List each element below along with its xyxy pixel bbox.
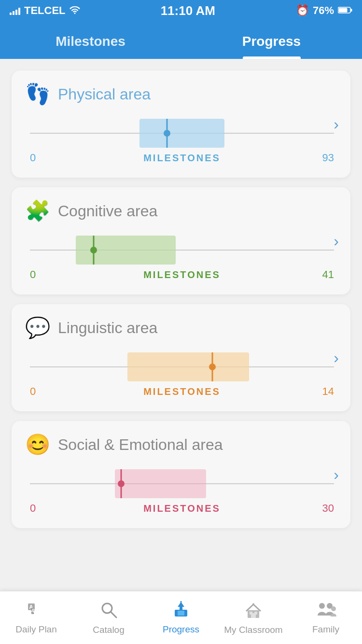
signal-icon — [10, 6, 20, 15]
svg-point-26 — [331, 606, 336, 611]
svg-text:C: C — [32, 611, 34, 615]
physical-min: 0 — [30, 152, 36, 164]
linguistic-chart: 0 MILESTONES 14 — [30, 352, 334, 398]
area-card-linguistic[interactable]: 💬 Linguistic area 0 MILESTONES 14 › — [12, 304, 350, 411]
area-card-social[interactable]: 😊 Social & Emotional area 0 MILESTONES 3… — [12, 421, 350, 528]
nav-family[interactable]: Family — [290, 591, 362, 644]
area-header-social: 😊 Social & Emotional area — [25, 434, 339, 455]
linguistic-chevron[interactable]: › — [334, 349, 339, 367]
social-chevron[interactable]: › — [334, 466, 339, 484]
linguistic-icon: 💬 — [25, 318, 50, 338]
svg-rect-1 — [351, 9, 352, 12]
social-milestones-label: MILESTONES — [143, 503, 221, 514]
nav-progress[interactable]: Progress — [145, 591, 217, 644]
physical-chart: 0 MILESTONES 93 — [30, 119, 334, 164]
physical-labels: 0 MILESTONES 93 — [30, 152, 334, 164]
social-icon: 😊 — [25, 434, 50, 455]
svg-rect-23 — [254, 612, 257, 615]
social-labels: 0 MILESTONES 30 — [30, 502, 334, 515]
physical-max: 93 — [322, 152, 334, 164]
nav-daily-plan[interactable]: A B C A B C Daily Plan — [0, 591, 72, 644]
status-right: ⏰ 76% — [296, 4, 352, 17]
cognitive-max: 41 — [322, 268, 334, 281]
battery-label: 76% — [313, 4, 334, 17]
linguistic-milestones-label: MILESTONES — [143, 386, 221, 397]
linguistic-marker — [209, 364, 216, 370]
status-bar: TELCEL 11:10 AM ⏰ 76% — [0, 0, 362, 21]
cognitive-chart: 0 MILESTONES 41 — [30, 236, 334, 281]
physical-chevron[interactable]: › — [334, 115, 339, 133]
main-content: 👣 Physical area 0 MILESTONES 93 › 🧩 Cogn… — [0, 59, 362, 586]
cognitive-marker — [90, 247, 97, 253]
svg-rect-22 — [250, 612, 252, 615]
daily-plan-label: Daily Plan — [15, 624, 57, 635]
status-time: 11:10 AM — [161, 3, 215, 18]
catalog-icon — [99, 601, 118, 622]
social-max: 30 — [322, 502, 334, 515]
physical-title: Physical area — [58, 85, 151, 103]
area-header-linguistic: 💬 Linguistic area — [25, 318, 339, 338]
cognitive-chevron[interactable]: › — [334, 232, 339, 250]
physical-milestones-label: MILESTONES — [143, 153, 221, 164]
cognitive-icon: 🧩 — [25, 201, 50, 221]
physical-track — [30, 119, 334, 148]
status-left: TELCEL — [10, 4, 80, 17]
cognitive-track — [30, 236, 334, 265]
svg-line-15 — [111, 612, 116, 617]
family-icon — [315, 601, 336, 621]
social-bar — [115, 469, 206, 498]
bottom-nav: A B C A B C Daily Plan Catalog — [0, 591, 362, 644]
cognitive-title: Cognitive area — [58, 202, 157, 220]
tab-milestones[interactable]: Milestones — [0, 26, 181, 59]
physical-bar — [139, 119, 224, 148]
svg-rect-19 — [178, 611, 184, 616]
progress-label: Progress — [163, 624, 199, 635]
wifi-icon — [70, 4, 80, 17]
daily-plan-icon: A B C A B C — [27, 601, 46, 621]
cognitive-milestones-label: MILESTONES — [143, 269, 221, 280]
svg-rect-17 — [180, 607, 182, 610]
svg-point-24 — [319, 603, 325, 609]
linguistic-bar — [127, 352, 249, 381]
header: Milestones Progress — [0, 21, 362, 59]
family-label: Family — [312, 624, 339, 635]
linguistic-labels: 0 MILESTONES 14 — [30, 385, 334, 398]
tab-progress[interactable]: Progress — [181, 26, 362, 59]
progress-icon — [171, 601, 191, 621]
physical-icon: 👣 — [25, 84, 50, 104]
linguistic-title: Linguistic area — [58, 319, 157, 337]
cognitive-labels: 0 MILESTONES 41 — [30, 268, 334, 281]
area-card-physical[interactable]: 👣 Physical area 0 MILESTONES 93 › — [12, 70, 350, 178]
cognitive-min: 0 — [30, 268, 36, 281]
my-classroom-label: My Classroom — [224, 625, 282, 635]
physical-marker — [164, 130, 170, 137]
social-title: Social & Emotional area — [58, 436, 223, 454]
catalog-label: Catalog — [93, 625, 125, 635]
social-marker — [118, 480, 125, 487]
svg-rect-2 — [339, 8, 348, 13]
social-chart: 0 MILESTONES 30 — [30, 469, 334, 515]
header-tabs: Milestones Progress — [0, 26, 362, 59]
linguistic-track — [30, 352, 334, 381]
social-min: 0 — [30, 502, 36, 515]
alarm-icon: ⏰ — [296, 4, 309, 17]
social-track — [30, 469, 334, 498]
nav-catalog[interactable]: Catalog — [72, 591, 145, 644]
area-header-physical: 👣 Physical area — [25, 84, 339, 104]
linguistic-max: 14 — [322, 385, 334, 398]
my-classroom-icon — [243, 601, 264, 622]
carrier-label: TELCEL — [24, 4, 66, 17]
area-card-cognitive[interactable]: 🧩 Cognitive area 0 MILESTONES 41 › — [12, 187, 350, 294]
area-header-cognitive: 🧩 Cognitive area — [25, 201, 339, 221]
battery-icon — [338, 4, 352, 17]
nav-my-classroom[interactable]: My Classroom — [217, 591, 290, 644]
linguistic-min: 0 — [30, 385, 36, 398]
